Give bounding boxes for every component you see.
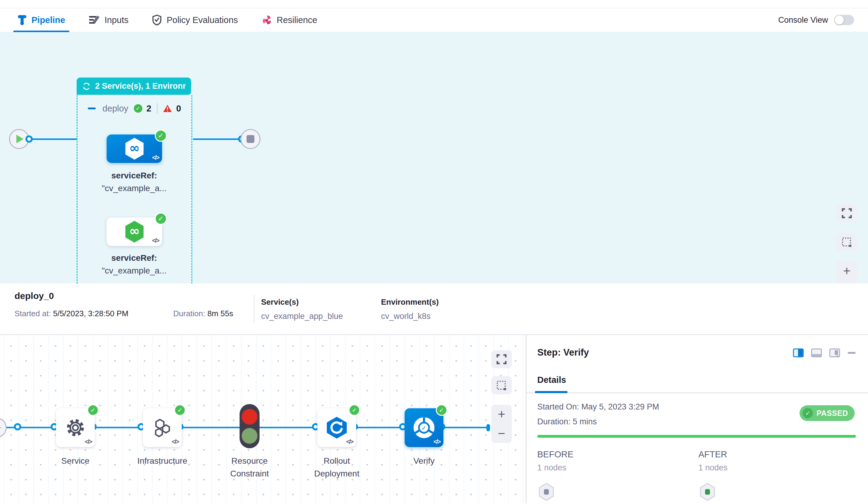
code-icon: </>: [85, 438, 92, 445]
console-view-toggle[interactable]: [834, 15, 854, 25]
stage-header: deploy ✓ 2 0: [76, 101, 192, 116]
step-detail-panel: Step: Verify Detai: [526, 335, 868, 503]
status-badge: ✓ PASSED: [799, 405, 855, 421]
layout-right-drawer-icon[interactable]: [829, 348, 840, 357]
zoom-out-button[interactable]: −: [498, 427, 506, 440]
step-node-service[interactable]: ✓ </>: [56, 408, 95, 447]
before-nodes-group: BEFORE 1 nodes: [537, 450, 573, 473]
service-node-2[interactable]: ∞ ✓ </>: [107, 217, 162, 246]
service-ref-value: "cv_example_a...: [86, 266, 183, 276]
step-duration: Duration: 5 mins: [537, 417, 597, 426]
step-label-service: Service: [30, 455, 121, 467]
console-view-label: Console View: [778, 16, 828, 25]
code-icon: </>: [172, 438, 179, 445]
harness-service-icon: ∞: [123, 137, 146, 161]
success-check-icon: ✓: [134, 104, 142, 113]
stage-name: deploy: [102, 104, 128, 114]
minimize-panel-icon[interactable]: [847, 348, 856, 357]
step-node-verify[interactable]: ✓ ✓ </>: [405, 408, 443, 447]
services-summary: Service(s) cv_example_app_blue: [261, 297, 343, 321]
zoom-in-button[interactable]: +: [843, 265, 851, 277]
status-success-badge: ✓: [155, 130, 167, 142]
execution-detail-area: ✓ </> Service ✓ </> Infrastructure: [0, 335, 868, 503]
service-ref-key: serviceRef:: [86, 253, 183, 263]
started-at-label: Started at:: [14, 309, 51, 318]
svg-text:✓: ✓: [422, 424, 427, 432]
tab-resilience-label: Resilience: [277, 15, 317, 25]
duration-value: 8m 55s: [207, 309, 233, 318]
services-label: Service(s): [261, 297, 343, 307]
pipeline-execution-page: Pipeline Inputs Policy Evaluations: [0, 0, 868, 504]
step-label-verify: Verify: [379, 455, 469, 467]
service-node-1[interactable]: ∞ ✓ </>: [107, 134, 162, 163]
stage-services-badge[interactable]: 2 Service(s), 1 Environme...: [76, 78, 191, 95]
tab-resilience[interactable]: Resilience: [262, 8, 317, 32]
service-ref-value: "cv_example_a...: [86, 184, 183, 193]
zoom-in-button[interactable]: +: [498, 408, 506, 421]
step-node-rollout-deployment[interactable]: ✓ </>: [317, 408, 356, 447]
resilience-chaos-icon: [262, 14, 272, 25]
step-label-rollout-deployment: Rollout Deployment: [291, 455, 382, 480]
svg-text:∞: ∞: [129, 224, 140, 238]
layout-bottom-icon[interactable]: [811, 348, 822, 357]
step-node-infrastructure[interactable]: ✓ </>: [143, 408, 182, 447]
canvas-fit-view-button[interactable]: [491, 350, 512, 368]
svg-text:∞: ∞: [129, 141, 140, 155]
edge-connector-dot: [14, 423, 21, 430]
collapse-stage-icon[interactable]: [88, 107, 96, 109]
execution-graph-canvas[interactable]: ✓ </> Service ✓ </> Infrastructure: [0, 335, 526, 503]
canvas-zoom-controls: + −: [491, 405, 512, 443]
layout-split-right-icon[interactable]: [793, 348, 804, 357]
tab-rule: [526, 392, 868, 393]
code-icon: </>: [433, 438, 440, 445]
step-node-resource-constraint[interactable]: [240, 404, 260, 448]
service-ref-key: serviceRef:: [86, 171, 183, 181]
tab-policy-evaluations-label: Policy Evaluations: [167, 15, 238, 25]
environments-value[interactable]: cv_world_k8s: [381, 312, 439, 321]
node-hexagon-icon: [700, 483, 715, 501]
status-success-badge: ✓: [436, 404, 447, 416]
verification-progress-bar: [537, 435, 856, 438]
failed-count: 0: [176, 104, 181, 114]
tab-details[interactable]: Details: [537, 375, 566, 385]
marquee-select-icon: [496, 380, 507, 390]
tab-inputs[interactable]: Inputs: [89, 8, 128, 32]
canvas-fit-view-button[interactable]: [837, 204, 857, 222]
services-value[interactable]: cv_example_app_blue: [261, 312, 343, 321]
tab-policy-evaluations[interactable]: Policy Evaluations: [152, 8, 238, 32]
top-navigation: Pipeline Inputs Policy Evaluations: [0, 0, 868, 32]
play-icon: [0, 423, 1, 432]
success-count: 2: [147, 104, 152, 114]
duration: Duration: 8m 55s: [173, 309, 233, 318]
stage-run-name: deploy_0: [14, 291, 54, 301]
environments-label: Environment(s): [381, 297, 439, 307]
pipeline-stage-canvas[interactable]: 2 Service(s), 1 Environme... deploy ✓ 2 …: [0, 32, 868, 284]
step-detail-title: Step: Verify: [537, 347, 589, 358]
before-label: BEFORE: [537, 450, 573, 460]
marquee-select-icon: [841, 237, 852, 247]
edge-connector-dot: [25, 135, 33, 143]
environments-summary: Environment(s) cv_world_k8s: [381, 297, 439, 321]
duration-label: Duration:: [173, 309, 205, 318]
node-hexagon-icon: [538, 483, 554, 501]
started-at-value: 5/5/2023, 3:28:50 PM: [53, 309, 128, 318]
canvas-select-button[interactable]: [837, 233, 857, 251]
after-node-hexagon[interactable]: [700, 483, 715, 501]
service-ref-label-2: serviceRef: "cv_example_a...: [86, 253, 183, 276]
before-count: 1 nodes: [537, 463, 573, 473]
code-icon: </>: [346, 438, 353, 445]
status-badge-label: PASSED: [817, 409, 848, 418]
play-icon: [16, 135, 24, 143]
edge-stage-to-end: [193, 138, 242, 140]
after-count: 1 nodes: [699, 463, 727, 473]
code-icon: </>: [152, 154, 159, 161]
canvas-select-button[interactable]: [491, 376, 512, 394]
before-node-hexagon[interactable]: [538, 483, 554, 501]
step-label-resource-constraint: Resource Constraint: [204, 455, 295, 480]
tab-pipeline[interactable]: Pipeline: [18, 8, 65, 32]
after-nodes-group: AFTER 1 nodes: [699, 450, 727, 473]
count-divider: [157, 103, 157, 114]
shield-check-icon: [152, 14, 162, 25]
status-success-badge: ✓: [155, 213, 167, 225]
verify-icon: ✓: [413, 416, 435, 439]
